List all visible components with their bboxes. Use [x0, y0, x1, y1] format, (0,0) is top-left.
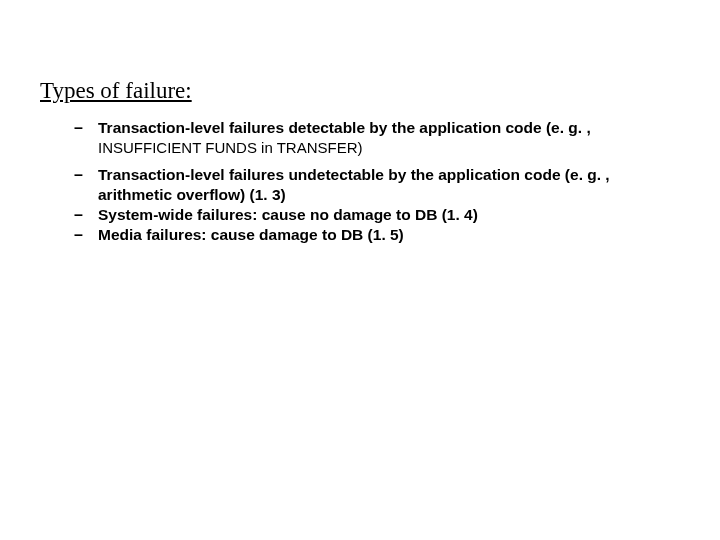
list-item: Transaction-level failures undetectable …	[74, 165, 680, 205]
list-item: System-wide failures: cause no damage to…	[74, 205, 680, 225]
heading: Types of failure:	[40, 78, 680, 104]
item-subtext: INSUFFICIENT FUNDS in TRANSFER)	[98, 139, 680, 157]
slide: Types of failure: Transaction-level fail…	[0, 0, 720, 540]
item-text: Media failures: cause damage to DB (1. 5…	[98, 226, 404, 243]
list-item: Transaction-level failures detectable by…	[74, 118, 680, 157]
item-text: Transaction-level failures detectable by…	[98, 119, 591, 136]
item-text: System-wide failures: cause no damage to…	[98, 206, 478, 223]
item-text: Transaction-level failures undetectable …	[98, 166, 610, 203]
bullet-list: Transaction-level failures detectable by…	[74, 118, 680, 245]
list-item: Media failures: cause damage to DB (1. 5…	[74, 225, 680, 245]
